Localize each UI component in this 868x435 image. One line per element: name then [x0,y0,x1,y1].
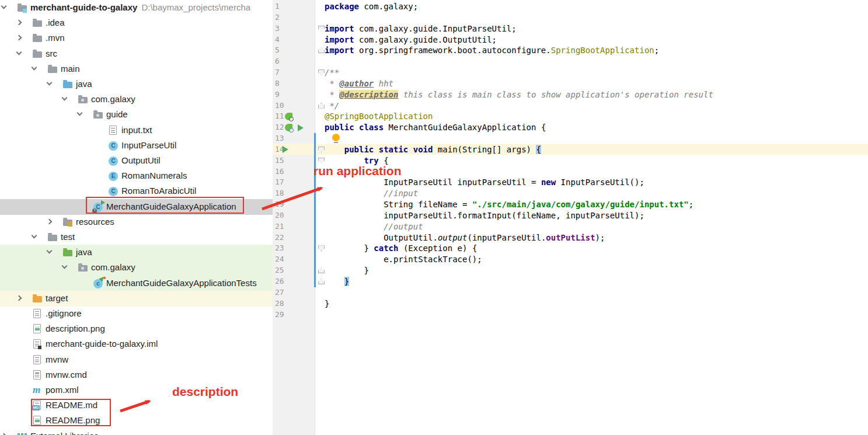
code-line-10[interactable]: */ [273,100,868,112]
chevron-down-icon[interactable] [62,95,68,101]
code-line-20[interactable]: inputParseUtil.formatInput(fileName, inp… [273,210,868,221]
code-line-21[interactable]: //output [273,221,868,232]
spring-bean-gutter-icon[interactable] [285,124,292,131]
tree-row-romannumerals[interactable]: ERomanNumerals [0,168,273,184]
test-folder-icon [63,248,73,257]
text-file-icon [33,309,43,319]
chevron-down-icon[interactable] [47,80,53,86]
code-line-7[interactable]: /** [273,67,868,78]
spring-bean-gutter-icon[interactable] [285,113,292,120]
tree-row-outpututil[interactable]: COutputUtil [0,153,273,169]
code-line-1[interactable]: package com.galaxy; [273,1,868,12]
chevron-right-icon[interactable] [16,20,22,26]
tree-item-label: guide [106,107,128,122]
tree-row-description-png[interactable]: description.png [0,321,273,337]
tree-row-merchant-guide-to-galaxy[interactable]: merchant-guide-to-galaxyD:\baymax_projec… [0,0,273,16]
code-line-11[interactable]: @SpringBootApplication [273,111,868,122]
tree-row-java[interactable]: java [0,76,273,92]
class-icon: C [109,156,118,166]
text-file-icon [33,370,43,380]
folder-icon [33,18,43,28]
code-line-17[interactable]: InputParseUtil inputParseUtil = new Inpu… [273,177,868,188]
tree-row-input-txt[interactable]: input.txt [0,123,273,138]
tree-row-com-galaxy[interactable]: com.galaxy [0,92,273,107]
tree-item-label: mvnw.cmd [46,367,87,382]
package-icon [93,110,103,120]
text-file-icon [33,355,43,365]
tree-row-main[interactable]: main [0,61,273,77]
tree-row-idea[interactable]: .idea [0,15,273,31]
chevron-down-icon[interactable] [16,49,22,55]
code-line-4[interactable]: import com.galaxy.guide.OutputUtil; [273,34,868,46]
ide-window: merchant-guide-to-galaxyD:\baymax_projec… [0,0,868,435]
tree-row-resources[interactable]: resources [0,214,273,230]
run-gutter-icon[interactable] [283,146,288,153]
code-line-22[interactable]: OutputUtil.output(inputParseUtil.outPutL… [273,232,868,243]
chevron-down-icon[interactable] [62,263,68,269]
code-line-26[interactable]: } [273,276,868,287]
tree-item-label: pom.xml [46,382,79,398]
code-line-25[interactable]: } [273,265,868,276]
project-tree-panel: merchant-guide-to-galaxyD:\baymax_projec… [0,0,273,435]
tree-row-target[interactable]: target [0,291,273,307]
annotation-box-readme [31,399,111,426]
folder-icon [33,33,43,43]
code-line-18[interactable]: //input [273,188,868,199]
excluded-folder-icon [33,294,43,304]
bulb-base [334,142,338,143]
tree-item-label: description.png [46,321,105,336]
code-line-28[interactable]: } [273,298,868,309]
tree-item-label: src [46,46,57,61]
tree-row-inputparseutil[interactable]: CInputParseUtil [0,138,273,154]
line-number: 2 [275,12,280,23]
tree-row-src[interactable]: src [0,46,273,62]
code-line-24[interactable]: e.printStackTrace(); [273,254,868,265]
line-number: 27 [275,287,284,298]
class-icon: C [109,186,118,196]
source-folder-icon [63,79,73,89]
chevron-right-icon[interactable] [1,433,7,435]
class-icon: C [109,141,118,151]
chevron-down-icon[interactable] [47,248,53,254]
chevron-right-icon[interactable] [47,218,53,224]
code-line-19[interactable]: String fileName = "./src/main/java/com/g… [273,199,868,210]
code-line-5[interactable]: import org.springframework.boot.autoconf… [273,45,868,56]
intention-bulb-icon[interactable] [332,134,340,144]
tree-row-java[interactable]: java [0,245,273,260]
code-line-8[interactable]: * @author hht [273,78,868,89]
chevron-down-icon[interactable] [77,110,83,116]
tree-item-label: main [61,61,80,76]
tree-item-label: java [76,245,92,260]
tree-row-mvnw-cmd[interactable]: mvnw.cmd [0,367,273,383]
tree-item-label: InputParseUtil [121,138,176,153]
code-line-14[interactable]: public static void main(String[] args) { [273,144,868,155]
code-line-12[interactable]: public class MerchantGuideGalaxyApplicat… [273,122,868,133]
tree-row-test[interactable]: test [0,229,273,245]
tree-row-com-galaxy[interactable]: com.galaxy [0,260,273,276]
tree-row-gitignore[interactable]: .gitignore [0,306,273,322]
code-line-3[interactable]: import com.galaxy.guide.InputParseUtil; [273,23,868,34]
tree-item-label: resources [76,214,114,229]
folder-icon [48,232,58,242]
tree-item-label: merchant-guide-to-galaxy.iml [46,336,158,352]
tree-row-external-libraries[interactable]: External Libraries [0,429,273,435]
line-number: 16 [275,166,284,178]
chevron-down-icon[interactable] [32,233,37,239]
code-editor[interactable]: 1package com.galaxy;23import com.galaxy.… [273,0,868,435]
code-line-23[interactable]: } catch (Exception e) { [273,243,868,254]
chevron-down-icon[interactable] [1,4,7,9]
code-line-9[interactable]: * @description this class is main class … [273,89,868,100]
chevron-down-icon[interactable] [32,64,37,70]
run-gutter-icon[interactable] [298,124,304,131]
test-class-icon: c [93,279,103,288]
tree-item-label: test [61,229,75,245]
resources-folder-icon [63,217,73,227]
tree-row-merchant-guide-to-galaxy-iml[interactable]: merchant-guide-to-galaxy.iml [0,336,273,352]
chevron-right-icon[interactable] [16,295,22,301]
tree-row-merchantguidegalaxyapplicationtests[interactable]: cMerchantGuideGalaxyApplicationTests [0,276,273,291]
tree-row-guide[interactable]: guide [0,107,273,123]
tree-row-mvn[interactable]: .mvn [0,30,273,46]
tree-row-mvnw[interactable]: mvnw [0,352,273,368]
chevron-right-icon[interactable] [16,35,22,41]
annotation-box-run-target [86,197,244,214]
